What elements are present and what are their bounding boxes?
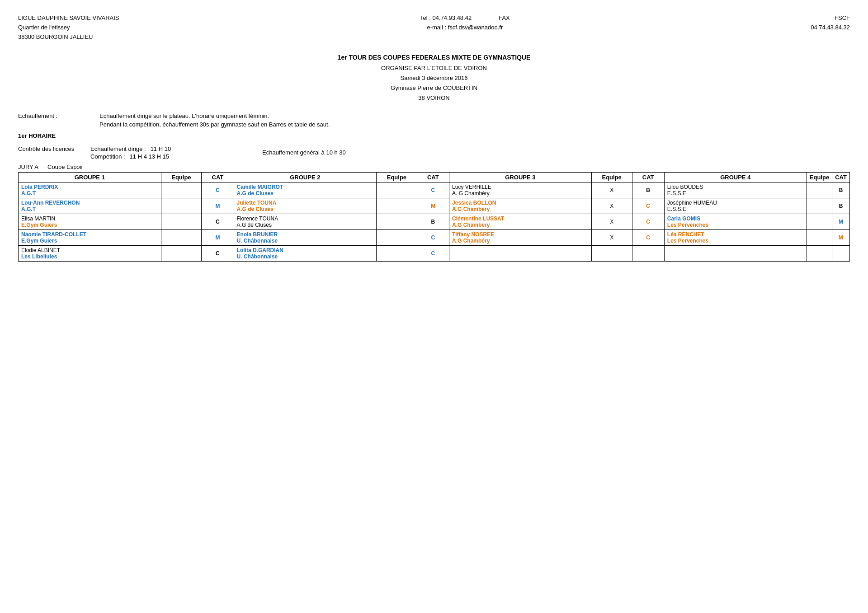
- g2-cat: C: [417, 229, 449, 245]
- horaire-title: 1er HORAIRE: [18, 132, 850, 139]
- g4-cat: B: [832, 182, 850, 198]
- header-equipe2: Equipe: [377, 172, 417, 182]
- contact-row1: Tel : 04.74.93.48.42 FAX: [420, 14, 510, 23]
- g2-equipe: [377, 229, 417, 245]
- g4-equipe: [807, 229, 832, 245]
- table-row: Naomie TIRARD-COLLET E.Gym Guiers M Enol…: [19, 229, 850, 245]
- schedule-details: Echauffement dirigé : 11 H 10 Compétitio…: [90, 145, 172, 160]
- org-line2: Quartier de l'etissey: [18, 23, 119, 33]
- warmup-row1: Echauffement : Echauffement dirigé sur l…: [18, 112, 850, 119]
- jury-label: JURY A: [18, 164, 38, 170]
- title-line5: 38 VOIRON: [18, 93, 850, 103]
- g4-equipe: [807, 214, 832, 229]
- title-line3: Samedi 3 décembre 2016: [18, 73, 850, 83]
- g2-cat: C: [417, 182, 449, 198]
- g3-cat: C: [632, 214, 664, 229]
- echauffement-time: 11 H 10: [151, 145, 171, 152]
- competition-time: 11 H 4 13 H 15: [130, 153, 169, 160]
- g1-name: Elodie ALBINET Les Libellules: [19, 245, 161, 261]
- g2-equipe: [377, 182, 417, 198]
- header-groupe3: GROUPE 3: [449, 172, 592, 182]
- g4-name: Léa RENCHET Les Pervenches: [664, 229, 807, 245]
- competition-row: Compétition : 11 H 4 13 H 15: [90, 153, 172, 160]
- g2-name: Lolita D.GARDIAN U. Châbonnaise: [234, 245, 377, 261]
- g1-name: Lou-Ann REVERCHON A.G.T: [19, 198, 161, 214]
- g2-name: Enola BRUNIER U. Châbonnaise: [234, 229, 377, 245]
- g2-name: Juliette TOUNA A.G de Cluses: [234, 198, 377, 214]
- g3-cat: [632, 245, 664, 261]
- general-label: Echauffement général à 10 h 30: [262, 145, 346, 160]
- title-section: 1er TOUR DES COUPES FEDERALES MIXTE DE G…: [18, 52, 850, 103]
- g4-cat: [832, 245, 850, 261]
- schedule-rows: Contrôle des licences Echauffement dirig…: [18, 145, 850, 160]
- jury-coupe: Coupe Espoir: [47, 164, 83, 170]
- g4-equipe: [807, 198, 832, 214]
- g1-name: Elisa MARTIN E.Gym Guiers: [19, 214, 161, 229]
- g4-cat: M: [832, 214, 850, 229]
- org-line3: 38300 BOURGOIN JALLIEU: [18, 33, 119, 42]
- echauffement-row: Echauffement dirigé : 11 H 10: [90, 145, 172, 152]
- warmup-row2: Pendant la compétition, échauffement 30s…: [18, 121, 850, 128]
- title-line2: ORGANISE PAR L'ETOILE DE VOIRON: [18, 63, 850, 73]
- g3-cat: C: [632, 229, 664, 245]
- g1-cat: M: [202, 198, 234, 214]
- table-row: Elodie ALBINET Les Libellules C Lolita D…: [19, 245, 850, 261]
- fax-label: FAX: [499, 14, 510, 23]
- org-line1: LIGUE DAUPHINE SAVOIE VIVARAIS: [18, 14, 119, 23]
- fscf-fax: 04.74.43.84.32: [811, 23, 850, 33]
- g3-equipe: X: [591, 229, 632, 245]
- g3-name: Clémentine LUSSAT A.G Chambéry: [449, 214, 592, 229]
- g4-name: Lilou BOUDES E.S.S.E: [664, 182, 807, 198]
- email: e-mail : fscf.dsv@wanadoo.fr: [420, 23, 510, 33]
- g4-name: Carla GOMIS Les Pervenches: [664, 214, 807, 229]
- g3-cat: B: [632, 182, 664, 198]
- g1-equipe: [161, 214, 202, 229]
- g2-equipe: [377, 245, 417, 261]
- page-header: LIGUE DAUPHINE SAVOIE VIVARAIS Quartier …: [18, 14, 850, 42]
- g1-name: Naomie TIRARD-COLLET E.Gym Guiers: [19, 229, 161, 245]
- g3-equipe: X: [591, 198, 632, 214]
- header-groupe2: GROUPE 2: [234, 172, 377, 182]
- org-info: LIGUE DAUPHINE SAVOIE VIVARAIS Quartier …: [18, 14, 119, 42]
- header-equipe1: Equipe: [161, 172, 202, 182]
- g3-name: Jessica BOLLON A.G Chambéry: [449, 198, 592, 214]
- warmup-label: Echauffement :: [18, 112, 90, 119]
- table-row: Elisa MARTIN E.Gym Guiers C Florence TOU…: [19, 214, 850, 229]
- header-cat2: CAT: [417, 172, 449, 182]
- g1-equipe: [161, 198, 202, 214]
- header-groupe4: GROUPE 4: [664, 172, 807, 182]
- g4-name: [664, 245, 807, 261]
- g1-equipe: [161, 245, 202, 261]
- g1-cat: C: [202, 182, 234, 198]
- g3-equipe: [591, 245, 632, 261]
- g3-cat: C: [632, 198, 664, 214]
- g1-name: Lola PERDRIX A.G.T: [19, 182, 161, 198]
- g4-name: Joséphine HUMEAU E.S.S.E: [664, 198, 807, 214]
- fscf-title: FSCF: [811, 14, 850, 23]
- header-cat1: CAT: [202, 172, 234, 182]
- g1-cat: C: [202, 245, 234, 261]
- table-header-row: GROUPE 1 Equipe CAT GROUPE 2 Equipe CAT …: [19, 172, 850, 182]
- header-equipe4: Equipe: [807, 172, 832, 182]
- title-line1: 1er TOUR DES COUPES FEDERALES MIXTE DE G…: [18, 52, 850, 63]
- table-row: Lou-Ann REVERCHON A.G.T M Juliette TOUNA…: [19, 198, 850, 214]
- contact-info: Tel : 04.74.93.48.42 FAX e-mail : fscf.d…: [420, 14, 510, 42]
- g1-cat: C: [202, 214, 234, 229]
- g2-equipe: [377, 198, 417, 214]
- g3-name: Lucy VERHILLE A. G Chambéry: [449, 182, 592, 198]
- schedule-section: Contrôle des licences Echauffement dirig…: [18, 145, 850, 160]
- g2-cat: B: [417, 214, 449, 229]
- fscf-info: FSCF 04.74.43.84.32: [811, 14, 850, 42]
- schedule-table: GROUPE 1 Equipe CAT GROUPE 2 Equipe CAT …: [18, 172, 850, 262]
- g1-equipe: [161, 229, 202, 245]
- g1-equipe: [161, 182, 202, 198]
- table-row: Lola PERDRIX A.G.T C Camille MAIGROT A.G…: [19, 182, 850, 198]
- header-equipe3: Equipe: [591, 172, 632, 182]
- controle-label: Contrôle des licences: [18, 145, 90, 160]
- g2-cat: M: [417, 198, 449, 214]
- title-line4: Gymnase Pierre de COUBERTIN: [18, 83, 850, 93]
- g3-equipe: X: [591, 182, 632, 198]
- competition-label: Compétition :: [90, 153, 125, 160]
- g3-equipe: X: [591, 214, 632, 229]
- warmup-text2: Pendant la compétition, échauffement 30s…: [99, 121, 330, 128]
